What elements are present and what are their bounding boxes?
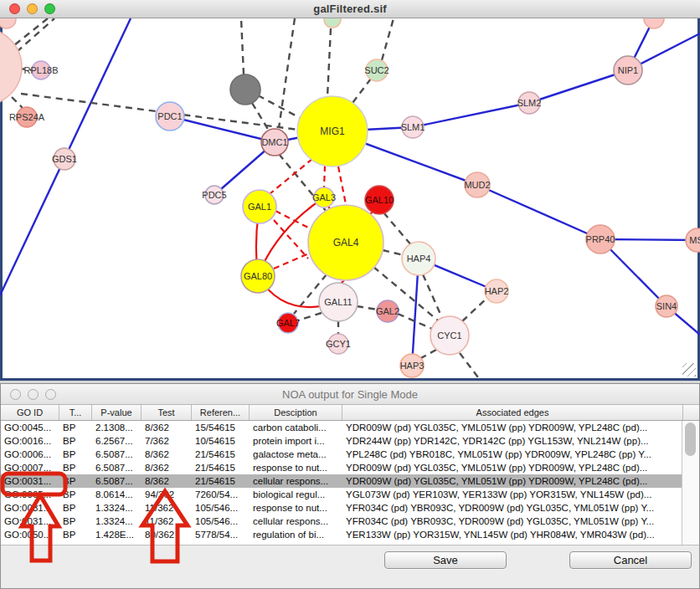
zoom-button-icon[interactable] <box>45 389 56 400</box>
graph-node-GAL3[interactable] <box>314 187 334 207</box>
graph-node-GCY1[interactable] <box>328 334 348 354</box>
resize-grip-icon[interactable] <box>682 363 696 376</box>
table-cell: galactose meta... <box>250 448 342 461</box>
noa-window-titlebar[interactable]: NOA output for Single Mode <box>1 384 699 405</box>
graph-node-HAP3[interactable] <box>400 354 424 377</box>
graph-node-RPL18B[interactable] <box>32 61 50 79</box>
noa-output-window: NOA output for Single Mode GO IDT...P-va… <box>0 383 700 589</box>
network-canvas: RPL18BRPS24AGDS1PDC1MIG1DMC1PDC5GAL1GAL3… <box>0 18 700 378</box>
minimize-button-icon[interactable] <box>28 389 39 400</box>
graph-node-topright-cut[interactable] <box>644 18 664 28</box>
table-cell: YDR009W (pd) YGL035C, YML051W (pp) YDR00… <box>342 461 683 474</box>
graph-edge <box>252 103 269 131</box>
graph-node-MSI[interactable] <box>686 228 700 252</box>
table-row[interactable]: GO:0045...BP2.1308...8/36215/54615carbon… <box>1 421 683 434</box>
column-header-referen[interactable]: Referen... <box>192 405 250 420</box>
graph-node-GAL4[interactable] <box>308 205 383 280</box>
column-header-test[interactable]: Test <box>142 405 192 420</box>
graph-node-SIN4[interactable] <box>656 295 677 317</box>
table-row[interactable]: GO:0050...BP1.428E...80/3625778/54...reg… <box>1 528 683 541</box>
table-cell: 8.0614... <box>92 488 142 501</box>
table-cell: BP <box>59 421 92 434</box>
table-cell: 8/362 <box>142 421 192 434</box>
graph-node-HAP4[interactable] <box>402 242 435 275</box>
graph-node-MUD2[interactable] <box>465 172 490 197</box>
table-cell: YFR034C (pd) YBR093C, YDR009W (pd) YGL03… <box>342 501 683 515</box>
minimize-button-icon[interactable] <box>27 3 38 14</box>
graph-node-NIP1[interactable] <box>614 56 642 85</box>
zoom-button-icon[interactable] <box>44 3 55 14</box>
column-header-goid[interactable]: GO ID <box>1 405 59 420</box>
graph-node-PDC5[interactable] <box>205 186 224 204</box>
column-header-associatededges[interactable]: Associated edges <box>342 405 683 420</box>
close-button-icon[interactable] <box>10 389 21 400</box>
table-cell: GO:0016... <box>1 434 59 448</box>
graph-node-topgreen-cut[interactable] <box>324 18 341 28</box>
graph-edge <box>327 28 331 97</box>
graph-node-GAL10[interactable] <box>365 186 394 214</box>
graph-node-GAL2[interactable] <box>377 300 399 322</box>
table-row[interactable]: GO:0031...BP1.3324...11/362105/546...res… <box>1 501 683 515</box>
column-header-t[interactable]: T... <box>59 405 92 420</box>
vertical-scrollbar[interactable] <box>682 421 699 545</box>
table-cell: BP <box>59 528 92 541</box>
graph-edge <box>460 353 481 378</box>
table-cell: GO:0031... <box>1 515 59 528</box>
table-cell: cellular respons... <box>250 515 342 528</box>
table-cell: regulation of bi... <box>250 528 342 541</box>
table-row[interactable]: GO:0006...BP6.5087...8/36221/54615galact… <box>1 448 683 461</box>
graph-node-RPS24A[interactable] <box>17 107 37 127</box>
table-cell: 94/362 <box>142 488 192 501</box>
graph-edge <box>298 313 322 320</box>
graph-node-GAL7[interactable] <box>278 313 298 333</box>
graph-node-MIG1[interactable] <box>297 96 368 166</box>
table-row[interactable]: GO:0007...BP6.5087...8/36221/54615respon… <box>1 461 683 474</box>
graph-node-SLM1[interactable] <box>402 116 424 138</box>
graph-node-SLM2[interactable] <box>518 92 540 114</box>
graph-edge <box>423 274 442 318</box>
graph-node-HAP2[interactable] <box>485 279 508 303</box>
graph-edge <box>279 18 295 128</box>
table-row[interactable]: GO:0065...BP8.0614...94/3627260/54...bio… <box>1 488 683 501</box>
graph-edge <box>462 297 488 321</box>
graph-edge <box>529 70 628 103</box>
graph-node-SUC2[interactable] <box>366 59 388 81</box>
table-cell: YER133W (pp) YOR315W, YNL145W (pd) YHR08… <box>342 528 683 541</box>
close-button-icon[interactable] <box>9 3 20 14</box>
table-cell: protein import i... <box>250 434 342 448</box>
table-cell: cellular respons... <box>250 474 342 488</box>
graph-node-GAL11[interactable] <box>319 283 358 321</box>
noa-table-body: GO:0045...BP2.1308...8/36215/54615carbon… <box>1 421 683 545</box>
graph-node-PRP40[interactable] <box>586 225 615 254</box>
table-cell: YFR034C (pd) YBR093C, YDR009W (pd) YGL03… <box>342 515 683 528</box>
graph-window-title: galFiltered.sif <box>313 3 387 15</box>
table-cell: response to nut... <box>250 501 342 515</box>
table-row[interactable]: GO:0031...BP6.5087...8/36221/54615cellul… <box>1 474 683 488</box>
graph-edge <box>275 211 310 228</box>
graph-node-GAL1[interactable] <box>243 190 276 223</box>
cancel-button[interactable]: Cancel <box>569 551 692 569</box>
table-row[interactable]: GO:0016...BP6.2567...7/36210/54615protei… <box>1 434 683 448</box>
column-header-desciption[interactable]: Desciption <box>250 405 342 420</box>
table-row[interactable]: GO:0031...BP1.3324...11/362105/546...cel… <box>1 515 683 528</box>
graph-node-DMC1[interactable] <box>261 129 288 156</box>
table-cell: 10/54615 <box>192 434 250 448</box>
graph-edge <box>419 350 436 359</box>
graph-edge <box>413 103 529 127</box>
save-button[interactable]: Save <box>384 551 507 569</box>
graph-node-unlabeled-gray[interactable] <box>230 74 260 105</box>
graph-node-CYC1[interactable] <box>430 316 469 355</box>
column-header-pvalue[interactable]: P-value <box>92 405 142 420</box>
table-cell: 8/362 <box>142 448 192 461</box>
graph-edge <box>383 250 404 255</box>
table-cell: BP <box>59 474 92 488</box>
graph-node-PDC1[interactable] <box>156 102 184 131</box>
graph-node-tiny-topleft[interactable] <box>0 18 16 28</box>
graph-node-big-left[interactable] <box>0 28 22 105</box>
graph-node-GDS1[interactable] <box>54 148 75 170</box>
table-cell: 15/54615 <box>192 421 250 434</box>
graph-edge <box>383 213 412 246</box>
graph-node-GAL80[interactable] <box>241 259 275 293</box>
scrollbar-thumb[interactable] <box>685 423 696 456</box>
graph-window-titlebar[interactable]: galFiltered.sif <box>0 0 700 18</box>
